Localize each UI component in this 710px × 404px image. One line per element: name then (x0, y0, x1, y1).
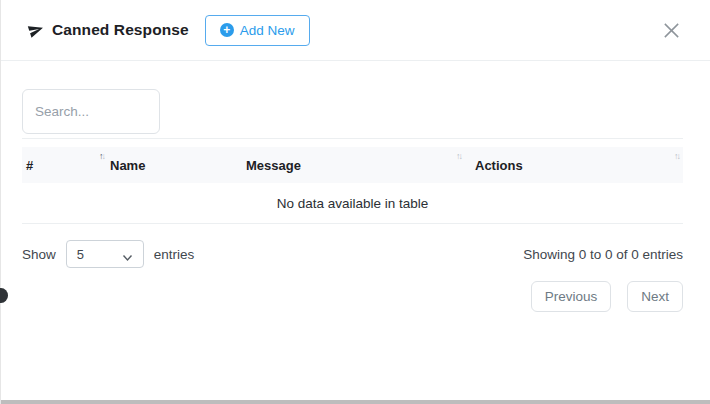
column-label: Actions (475, 158, 523, 173)
table-header-row: # ↑↓ Name Message ↑↓ Actions ↑↓ (22, 147, 683, 183)
send-icon (28, 22, 44, 38)
table-empty-row: No data available in table (22, 183, 683, 224)
modal-title: Canned Response (52, 21, 189, 39)
column-label: # (26, 158, 33, 173)
page-size-select[interactable]: 5 (66, 240, 144, 268)
previous-button[interactable]: Previous (531, 281, 612, 312)
sort-icon: ↑↓ (674, 151, 679, 161)
page-size-value: 5 (77, 247, 84, 262)
entries-info: Showing 0 to 0 of 0 entries (523, 247, 683, 262)
column-header-message[interactable]: Message ↑↓ (246, 147, 463, 183)
show-label: Show (22, 247, 56, 262)
close-icon (662, 21, 681, 40)
entries-label: entries (154, 247, 195, 262)
column-label: Message (246, 158, 301, 173)
next-button[interactable]: Next (627, 281, 683, 312)
table-footer: Show 5 entries Showing 0 to 0 of 0 entri… (22, 240, 683, 268)
chevron-down-icon (122, 250, 133, 265)
column-label: Name (110, 158, 145, 173)
canned-response-modal: Canned Response + Add New # ↑↓ Name (0, 0, 710, 404)
sort-icon: ↑↓ (456, 151, 461, 161)
modal-header: Canned Response + Add New (1, 0, 710, 61)
column-header-name[interactable]: Name (110, 147, 246, 183)
close-button[interactable] (658, 17, 685, 44)
add-new-label: Add New (240, 23, 295, 38)
sort-icon: ↑↓ (99, 151, 104, 161)
empty-message: No data available in table (277, 196, 429, 211)
title-group: Canned Response (28, 21, 189, 39)
plus-circle-icon: + (220, 23, 234, 37)
modal-body: # ↑↓ Name Message ↑↓ Actions ↑↓ No data … (1, 61, 710, 312)
pagination-controls: Previous Next (22, 281, 683, 312)
canned-response-table: # ↑↓ Name Message ↑↓ Actions ↑↓ No data … (22, 138, 683, 224)
column-header-actions[interactable]: Actions ↑↓ (463, 147, 683, 183)
page-bottom-edge (1, 400, 710, 404)
column-header-index[interactable]: # ↑↓ (22, 147, 110, 183)
add-new-button[interactable]: + Add New (205, 15, 310, 46)
search-input[interactable] (22, 89, 160, 134)
